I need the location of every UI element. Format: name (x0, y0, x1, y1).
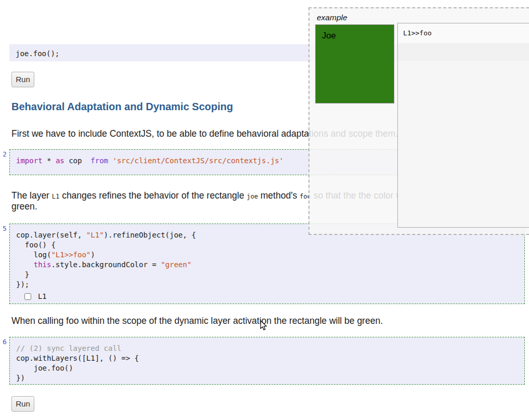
keyword-token: from (91, 156, 108, 165)
plain-token: cop (64, 156, 91, 165)
string-token: "green" (161, 260, 191, 269)
comment-line: // (2) sync layered call (16, 344, 524, 353)
plain-token: ) (91, 251, 95, 259)
plain-token: cop.layer(self, (16, 231, 86, 239)
cell-number: 6 (3, 338, 7, 346)
console-row (398, 61, 529, 227)
joe-rectangle-morph[interactable]: Joe (315, 24, 394, 103)
console-output-pane[interactable]: L1>>foo (397, 23, 529, 228)
keyword-token: this (34, 260, 51, 269)
joe-rectangle-label: Joe (316, 25, 394, 41)
cell-number: 5 (3, 225, 7, 232)
layer-L1-checkbox[interactable] (24, 293, 31, 300)
code-line: log("L1>>foo") (16, 250, 524, 260)
mouse-cursor-icon (260, 320, 267, 331)
console-log-line: L1>>foo (403, 29, 432, 37)
keyword-token: as (56, 156, 64, 165)
section-heading: Behavioral Adaptation and Dynamic Scopin… (11, 101, 233, 113)
code-line: } (16, 270, 524, 280)
layer-L1-label: L1 (38, 292, 46, 300)
plain-token: log( (16, 251, 51, 259)
paragraph-layer-description-line2: green. (11, 201, 37, 212)
text-segment: The layer (11, 190, 52, 201)
code-line: }) (16, 373, 524, 383)
example-title: example (317, 13, 347, 22)
code-cell-refine-object[interactable]: 5 cop.layer(self, "L1").refineObject(joe… (9, 224, 525, 304)
inline-code-joe: joe (247, 193, 258, 200)
code-line: cop.withLayers([L1], () => { (16, 353, 524, 363)
text-segment: method's (258, 190, 300, 201)
plain-token: ).refineObject(joe, { (104, 231, 196, 239)
plain-token: * (43, 156, 56, 165)
string-token: 'src/client/ContextJS/src/contextjs.js' (112, 156, 283, 165)
text-segment: changes refines the behavior of the rect… (59, 190, 247, 201)
inline-code-L1: L1 (52, 193, 59, 200)
code-line: }); (16, 280, 524, 290)
plain-token (16, 260, 34, 269)
keyword-token: import (16, 156, 43, 165)
cell-number: 2 (3, 150, 7, 158)
string-token: "L1>>foo" (51, 251, 91, 259)
example-overlay-window: example Joe L1>>foo (308, 7, 529, 235)
console-row (398, 43, 529, 61)
code-line: this.style.backgroundColor = "green" (16, 260, 524, 270)
code-line: foo() { (16, 240, 524, 250)
string-token: "L1" (86, 231, 104, 239)
code-line: joe.foo() (16, 363, 524, 373)
run-button-top[interactable]: Run (11, 72, 34, 87)
code-cell-with-layers[interactable]: 6 // (2) sync layered call cop.withLayer… (9, 337, 525, 385)
layer-toggle-row: L1 (24, 291, 524, 301)
paragraph-when-calling: When calling foo within the scope of the… (11, 316, 383, 326)
run-button-bottom[interactable]: Run (11, 396, 34, 412)
plain-token: .style.backgroundColor = (51, 260, 161, 269)
